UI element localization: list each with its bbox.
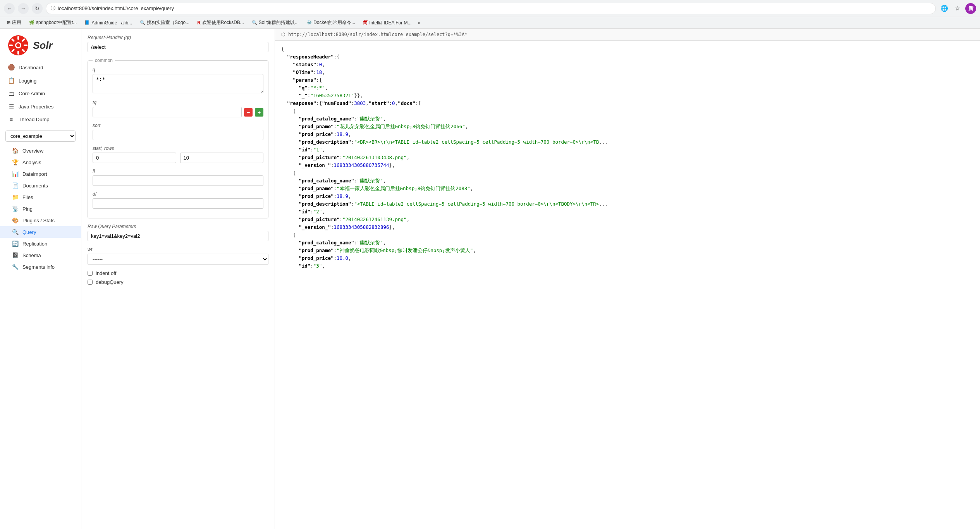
rocksdb-icon: R <box>197 20 201 26</box>
sidebar-item-dataimport[interactable]: 📊 Dataimport <box>0 168 81 180</box>
overview-label: Overview <box>22 148 43 154</box>
sidebar-item-schema[interactable]: 📓 Schema <box>0 249 81 261</box>
response-content: { "responseHeader":{ "status":0, "QTime"… <box>275 41 980 275</box>
profile-button[interactable]: 新 <box>965 3 976 14</box>
dashboard-icon: 🟤 <box>8 64 15 71</box>
raw-params-input[interactable] <box>88 231 268 241</box>
fq-group: fq − + <box>93 100 263 117</box>
fl-group: fl <box>93 168 263 186</box>
wt-group: wt ------ json xml python ruby php csv <box>88 247 268 265</box>
bookmark-apps[interactable]: ⊞ 应用 <box>4 19 24 27</box>
documents-icon: 📄 <box>12 182 19 189</box>
schema-icon: 📓 <box>12 252 19 258</box>
start-input[interactable] <box>93 153 176 163</box>
sidebar-item-thread-dump[interactable]: ≡ Thread Dump <box>0 113 81 126</box>
core-select[interactable]: core_example <box>5 131 76 142</box>
sidebar-item-files[interactable]: 📁 Files <box>0 191 81 203</box>
sidebar-item-overview[interactable]: 🏠 Overview <box>0 145 81 156</box>
schema-label: Schema <box>22 252 41 258</box>
handler-input[interactable] <box>88 42 268 52</box>
bookmark-apps-label: 应用 <box>12 19 21 26</box>
bookmark-adminguide[interactable]: 📘 AdminGuide · alib... <box>81 19 135 26</box>
fl-input[interactable] <box>93 175 263 186</box>
dataimport-label: Dataimport <box>22 171 47 177</box>
sub-nav: 🏠 Overview 🏆 Analysis 📊 Dataimport 📄 Doc… <box>0 145 81 273</box>
bookmark-sogou[interactable]: 🔍 搜狗实验室（Sogo... <box>137 19 193 27</box>
svg-rect-2 <box>17 51 19 55</box>
sidebar-item-analysis[interactable]: 🏆 Analysis <box>0 156 81 168</box>
bookmark-springboot[interactable]: 🌿 springboot中配置t... <box>26 19 80 27</box>
q-input[interactable]: *:* <box>93 74 263 93</box>
bookmark-intellij[interactable]: 简 IntelliJ IDEA For M... <box>360 19 414 27</box>
sidebar-item-dashboard[interactable]: 🟤 Dashboard <box>0 61 81 74</box>
sort-input[interactable] <box>93 130 263 140</box>
svg-rect-1 <box>17 36 19 40</box>
svg-point-10 <box>16 43 20 47</box>
q-group: q *:* <box>93 67 263 94</box>
reload-button[interactable]: ↻ <box>32 3 43 14</box>
bookmark-solr[interactable]: 🔍 Solr集群的搭建以... <box>249 19 302 27</box>
sidebar-item-query[interactable]: 🔍 Query <box>0 226 81 238</box>
handler-group: Request-Handler (qt) <box>88 35 268 52</box>
replication-icon: 🔄 <box>12 240 19 247</box>
sidebar-item-logging[interactable]: 📋 Logging <box>0 74 81 87</box>
dashboard-label: Dashboard <box>19 65 43 70</box>
sidebar-item-documents[interactable]: 📄 Documents <box>0 180 81 191</box>
forward-button[interactable]: → <box>18 3 29 14</box>
bookmark-rocksdb[interactable]: R 欢迎使用RocksDB... <box>194 19 247 27</box>
apps-icon: ⊞ <box>7 20 10 25</box>
intellij-icon: 简 <box>363 19 368 26</box>
df-input[interactable] <box>93 198 263 209</box>
address-bar[interactable]: ⓘ localhost:8080/solr/index.html#/core_e… <box>46 3 936 14</box>
fq-label: fq <box>93 100 263 105</box>
debug-query-checkbox[interactable] <box>88 280 93 285</box>
response-url-text: http://localhost:8080/solr/index.htmlcor… <box>288 32 467 37</box>
sidebar-item-ping[interactable]: 📡 Ping <box>0 203 81 215</box>
fq-row: − + <box>93 107 263 117</box>
query-label: Query <box>22 229 36 235</box>
sidebar-item-java-properties[interactable]: ☰ Java Properties <box>0 100 81 113</box>
debug-query-label: debugQuery <box>96 279 124 285</box>
files-icon: 📁 <box>12 194 19 200</box>
replication-label: Replication <box>22 241 47 247</box>
fq-remove-button[interactable]: − <box>244 108 253 117</box>
bookmark-docker[interactable]: 🐳 Docker的常用命令... <box>303 19 358 27</box>
logging-icon: 📋 <box>8 77 15 84</box>
rows-input[interactable] <box>180 153 264 163</box>
browser-actions: 🌐 ☆ 新 <box>939 3 976 14</box>
security-icon: ⓘ <box>51 5 55 12</box>
common-fieldset: common q *:* fq − + sort <box>88 58 268 218</box>
fq-input[interactable] <box>93 107 242 117</box>
adminguide-icon: 📘 <box>84 20 90 25</box>
translate-button[interactable]: 🌐 <box>939 3 950 14</box>
ping-icon: 📡 <box>12 206 19 212</box>
more-bookmarks[interactable]: » <box>416 20 422 26</box>
fq-add-button[interactable]: + <box>255 108 263 117</box>
sidebar-nav: 🟤 Dashboard 📋 Logging 🗃 Core Admin ☰ Jav… <box>0 59 81 127</box>
documents-label: Documents <box>22 183 48 189</box>
analysis-label: Analysis <box>22 160 41 165</box>
overview-icon: 🏠 <box>12 148 19 154</box>
core-admin-icon: 🗃 <box>8 90 15 97</box>
plugins-label: Plugins / Stats <box>22 218 55 223</box>
logging-label: Logging <box>19 78 36 84</box>
bookmark-solr-label: Solr集群的搭建以... <box>259 19 299 26</box>
sidebar-item-core-admin[interactable]: 🗃 Core Admin <box>0 87 81 100</box>
wt-select[interactable]: ------ json xml python ruby php csv <box>88 254 268 265</box>
bookmark-springboot-label: springboot中配置t... <box>36 19 77 26</box>
java-properties-icon: ☰ <box>8 103 15 110</box>
sidebar-item-plugins-stats[interactable]: 🎨 Plugins / Stats <box>0 215 81 226</box>
java-properties-label: Java Properties <box>19 104 53 110</box>
bookmark-button[interactable]: ☆ <box>952 3 963 14</box>
indent-off-checkbox[interactable] <box>88 271 93 276</box>
df-group: df <box>93 191 263 209</box>
sort-label: sort <box>93 123 263 128</box>
sidebar-item-replication[interactable]: 🔄 Replication <box>0 238 81 249</box>
sidebar-item-segments-info[interactable]: 🔧 Segments info <box>0 261 81 273</box>
df-label: df <box>93 191 263 197</box>
fl-label: fl <box>93 168 263 174</box>
response-panel: ⬡ http://localhost:8080/solr/index.htmlc… <box>275 29 980 529</box>
sidebar: Solr 🟤 Dashboard 📋 Logging 🗃 Core Admin … <box>0 29 81 529</box>
back-button[interactable]: ← <box>4 3 15 14</box>
bookmark-adminguide-label: AdminGuide · alib... <box>91 20 132 26</box>
